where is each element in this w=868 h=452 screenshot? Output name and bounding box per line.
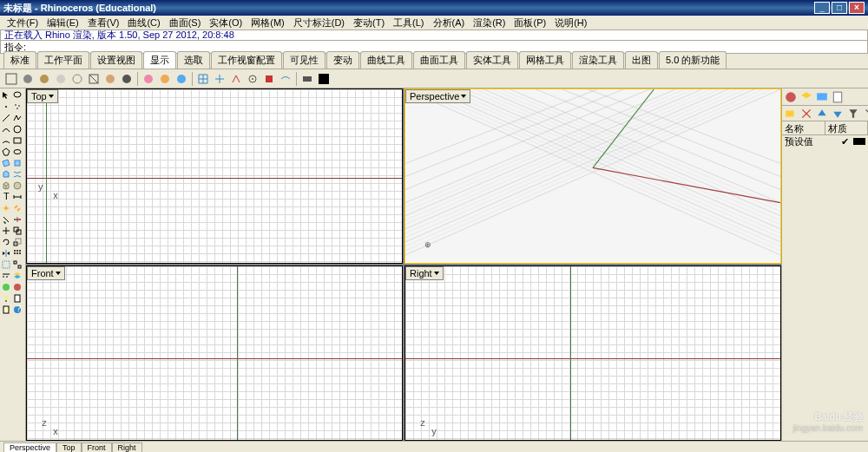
explode-icon[interactable] — [1, 203, 11, 213]
render-icon[interactable] — [1, 282, 11, 292]
polyline-icon[interactable] — [12, 113, 23, 123]
layer-visible-check[interactable]: ✔ — [836, 136, 853, 147]
move-icon[interactable] — [1, 226, 11, 236]
pen-icon[interactable] — [119, 71, 135, 87]
menu-render[interactable]: 渲染(R) — [470, 16, 509, 29]
status-tab-top[interactable]: Top — [56, 442, 82, 452]
menu-view[interactable]: 查看(V) — [84, 16, 123, 29]
menu-transform[interactable]: 变动(T) — [350, 16, 388, 29]
tab-surfacetools[interactable]: 曲面工具 — [413, 51, 465, 69]
point-icon[interactable] — [1, 102, 11, 112]
close-button[interactable]: × — [849, 2, 865, 14]
copy-icon[interactable] — [12, 226, 23, 236]
circle-icon[interactable] — [12, 124, 23, 134]
tab-rendertools[interactable]: 渲染工具 — [572, 51, 624, 69]
viewport-right[interactable]: z y Right — [404, 265, 781, 441]
menu-mesh[interactable]: 网格(M) — [247, 16, 288, 29]
layer-row[interactable]: 预设值 ✔ — [782, 135, 868, 147]
help-tab-icon[interactable] — [831, 90, 845, 104]
shadeonly-icon[interactable] — [157, 71, 173, 87]
viewport-top[interactable]: y x Top — [26, 88, 403, 264]
tab-select[interactable]: 选取 — [177, 51, 210, 69]
tab-viewlayout[interactable]: 工作视窗配置 — [211, 51, 282, 69]
tab-curvetools[interactable]: 曲线工具 — [360, 51, 412, 69]
dim-icon[interactable] — [12, 192, 23, 202]
up-icon[interactable] — [815, 106, 829, 121]
print-display-icon[interactable] — [299, 71, 315, 87]
col-material[interactable]: 材质 — [825, 121, 869, 134]
ghosted-icon[interactable] — [53, 71, 69, 87]
pointcloud-icon[interactable] — [12, 102, 23, 112]
box-icon[interactable] — [1, 180, 11, 191]
light-icon[interactable] — [1, 293, 11, 304]
tab-solidtools[interactable]: 实体工具 — [466, 51, 518, 69]
mirror-icon[interactable] — [1, 248, 11, 259]
wireframe-icon[interactable] — [3, 71, 19, 87]
split-icon[interactable] — [12, 214, 23, 225]
viewport-front[interactable]: z x Front — [26, 265, 403, 441]
menu-curve[interactable]: 曲线(C) — [124, 16, 163, 29]
fullscreen-icon[interactable] — [316, 71, 332, 87]
layer-icon[interactable] — [12, 271, 23, 281]
viewport-label-perspective[interactable]: Perspective — [405, 89, 470, 103]
artistic-icon[interactable] — [102, 71, 118, 87]
properties-icon[interactable] — [12, 293, 23, 304]
menu-file[interactable]: 文件(F) — [3, 16, 42, 29]
menu-dim[interactable]: 尺寸标注(D) — [290, 16, 348, 29]
delete-layer-icon[interactable] — [799, 106, 813, 121]
tab-transform[interactable]: 变动 — [326, 51, 359, 69]
linetype-icon[interactable] — [1, 271, 11, 281]
line-icon[interactable] — [1, 113, 11, 123]
flatshade-icon[interactable] — [141, 71, 156, 87]
new-layer-icon[interactable] — [784, 106, 798, 121]
planar-icon[interactable] — [12, 158, 23, 168]
tab-setview[interactable]: 设置视图 — [90, 51, 142, 69]
menu-edit[interactable]: 编辑(E) — [43, 16, 82, 29]
rect-icon[interactable] — [12, 135, 23, 146]
grid-icon[interactable] — [195, 71, 211, 87]
status-tab-front[interactable]: Front — [82, 442, 112, 452]
rendered-icon[interactable] — [36, 71, 52, 87]
ungroup-icon[interactable] — [12, 259, 23, 270]
loft-icon[interactable] — [12, 169, 23, 180]
filter-icon[interactable] — [846, 106, 860, 121]
sphere-icon[interactable] — [12, 180, 23, 191]
menu-tools[interactable]: 工具(L) — [390, 16, 427, 29]
shaded-icon[interactable] — [20, 71, 36, 87]
tools-menu-icon[interactable] — [862, 106, 868, 121]
notes-icon[interactable] — [1, 305, 11, 315]
toggle1-icon[interactable] — [245, 71, 260, 87]
menu-help[interactable]: 说明(H) — [551, 16, 590, 29]
viewport-label-front[interactable]: Front — [27, 266, 65, 280]
text-icon[interactable]: T — [1, 192, 11, 202]
tab-drafting[interactable]: 出图 — [625, 51, 658, 69]
status-tab-perspective[interactable]: Perspective — [3, 442, 56, 452]
tab-cplane[interactable]: 工作平面 — [37, 51, 89, 69]
polygon-icon[interactable] — [1, 147, 11, 157]
axes-icon[interactable] — [212, 71, 227, 87]
down-icon[interactable] — [831, 106, 845, 121]
menu-solid[interactable]: 实体(O) — [206, 16, 246, 29]
array-icon[interactable] — [12, 248, 23, 259]
maximize-button[interactable]: □ — [832, 2, 847, 14]
ellipse-icon[interactable] — [12, 147, 23, 157]
technical-icon[interactable] — [86, 71, 102, 87]
layers-tab-icon[interactable] — [799, 90, 813, 104]
menu-analyze[interactable]: 分析(A) — [430, 16, 469, 29]
props-tab-icon[interactable] — [784, 90, 798, 104]
col-name[interactable]: 名称 — [782, 121, 825, 134]
tab-display[interactable]: 显示 — [143, 51, 176, 69]
rotate-icon[interactable] — [1, 237, 11, 247]
status-tab-right[interactable]: Right — [112, 442, 142, 452]
viewport-perspective[interactable]: ⊕ Perspective — [404, 88, 781, 264]
xray-icon[interactable] — [69, 71, 85, 87]
join-icon[interactable] — [12, 203, 23, 213]
extrude-icon[interactable] — [1, 169, 11, 180]
group-icon[interactable] — [1, 259, 11, 270]
tab-meshtools[interactable]: 网格工具 — [519, 51, 571, 69]
viewport-label-top[interactable]: Top — [27, 89, 58, 103]
surface-icon[interactable] — [1, 158, 11, 168]
curve-icon[interactable] — [1, 124, 11, 134]
toggle3-icon[interactable] — [278, 71, 293, 87]
viewport-label-right[interactable]: Right — [405, 266, 444, 280]
